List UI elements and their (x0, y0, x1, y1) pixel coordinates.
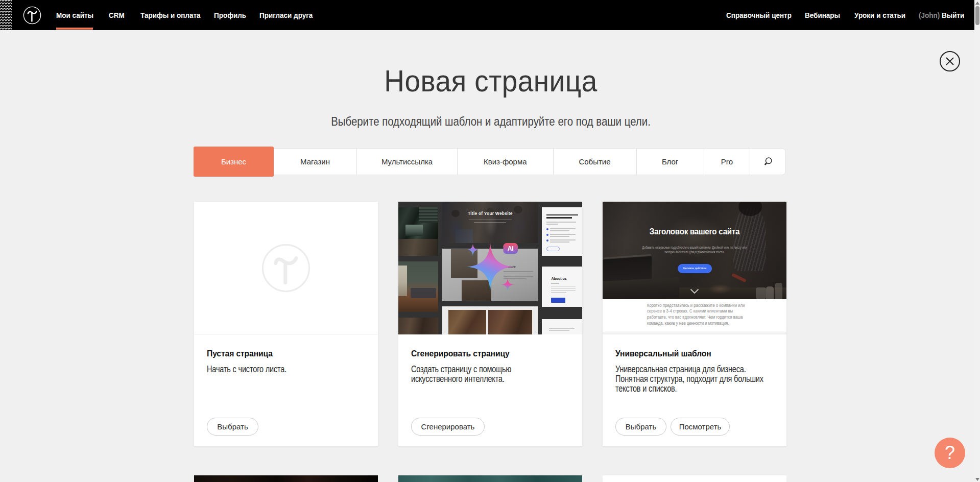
svg-text:AI: AI (508, 245, 514, 252)
